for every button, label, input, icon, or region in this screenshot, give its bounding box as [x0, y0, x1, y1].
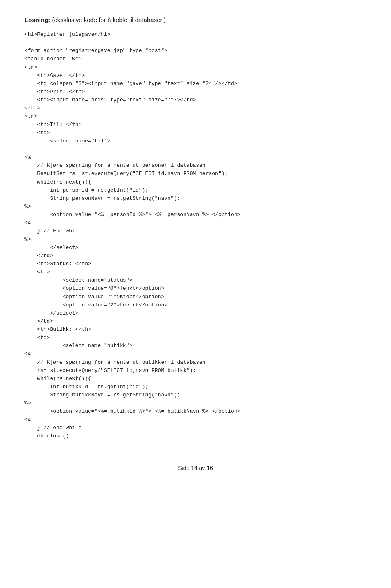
header-normal-label: (eksklusive kode for å koble til databas… — [50, 16, 165, 23]
page-footer: Side 14 av 16 — [24, 465, 367, 471]
header-bold-label: Løsning: — [24, 16, 50, 23]
code-block: <h1>Registrer julegave</h1> <form action… — [24, 31, 367, 440]
page-header: Løsning: (eksklusive kode for å koble ti… — [24, 16, 367, 23]
header-title: Løsning: (eksklusive kode for å koble ti… — [24, 16, 367, 23]
page-number: Side 14 av 16 — [178, 465, 213, 471]
